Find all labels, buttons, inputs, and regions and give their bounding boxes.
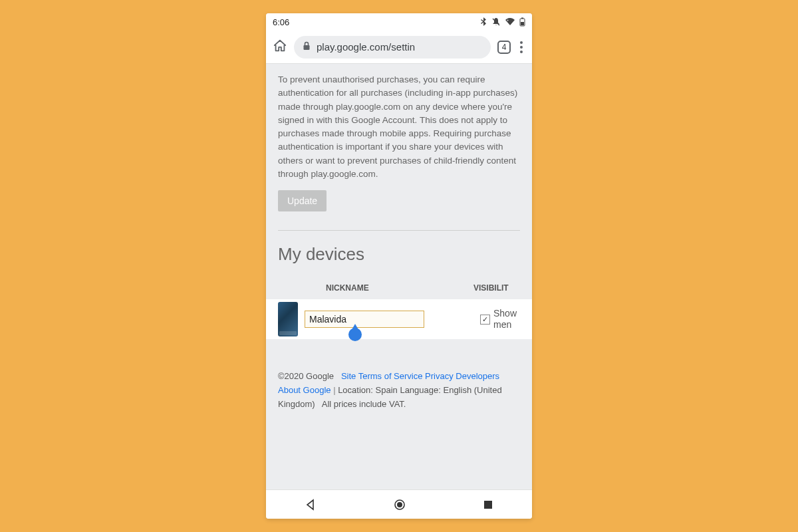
section-divider <box>278 230 520 231</box>
my-devices-heading: My devices <box>278 244 520 265</box>
lock-icon <box>302 41 311 53</box>
devices-table: NICKNAME VISIBILIT ✓ Show men <box>278 283 520 339</box>
footer-copyright: ©2020 Google <box>278 371 334 381</box>
device-row: ✓ Show men <box>266 299 532 339</box>
svg-rect-3 <box>521 18 523 19</box>
svg-text:+: + <box>507 18 509 22</box>
tab-count-value: 4 <box>502 43 507 52</box>
tab-switcher[interactable]: 4 <box>497 41 511 54</box>
wifi-icon: + <box>505 17 515 27</box>
home-icon[interactable] <box>273 39 287 56</box>
devices-table-header: NICKNAME VISIBILIT <box>278 283 520 293</box>
footer-developers-link[interactable]: Developers <box>456 371 499 381</box>
svg-point-7 <box>397 502 402 507</box>
visibility-cell[interactable]: ✓ Show men <box>480 308 520 331</box>
url-bar[interactable]: play.google.com/settin <box>294 36 491 59</box>
bell-off-icon <box>491 17 501 27</box>
visibility-label: Show men <box>493 308 517 331</box>
nickname-input[interactable] <box>305 311 424 328</box>
browser-toolbar: play.google.com/settin 4 <box>266 31 532 64</box>
nav-recents-icon[interactable] <box>482 499 494 511</box>
status-time: 6:06 <box>273 17 289 27</box>
footer-vat: All prices include VAT. <box>322 399 406 409</box>
page-footer: ©2020 Google Site Terms of Service Priva… <box>278 370 520 411</box>
url-text: play.google.com/settin <box>317 41 415 53</box>
system-nav-bar <box>266 489 532 519</box>
device-thumbnail <box>278 302 298 336</box>
battery-icon <box>519 17 525 27</box>
footer-privacy-link[interactable]: Privacy <box>425 371 454 381</box>
visibility-checkbox[interactable]: ✓ <box>480 315 490 325</box>
update-button[interactable]: Update <box>278 190 327 211</box>
svg-rect-8 <box>484 501 492 509</box>
phone-frame: 6:06 + play.google.com/settin <box>266 13 532 519</box>
footer-about-link[interactable]: About Google <box>278 385 331 395</box>
status-bar: 6:06 + <box>266 13 532 31</box>
nav-back-icon[interactable] <box>304 498 317 511</box>
auth-description: To prevent unauthorised purchases, you c… <box>278 73 520 181</box>
svg-rect-5 <box>304 45 310 50</box>
header-nickname: NICKNAME <box>314 283 473 293</box>
bluetooth-icon <box>479 17 487 27</box>
footer-language-label: Language: <box>400 385 440 395</box>
footer-site-terms-link[interactable]: Site Terms of Service <box>341 371 423 381</box>
nav-home-icon[interactable] <box>393 498 406 511</box>
status-icons: + <box>479 17 525 27</box>
svg-rect-4 <box>521 22 524 25</box>
text-cursor-handle[interactable] <box>348 328 362 341</box>
page-content: To prevent unauthorised purchases, you c… <box>266 64 532 489</box>
header-visibility: VISIBILIT <box>473 283 520 293</box>
footer-location-label: Location: <box>338 385 373 395</box>
footer-location-value: Spain <box>376 385 398 395</box>
overflow-menu-icon[interactable] <box>517 39 525 56</box>
